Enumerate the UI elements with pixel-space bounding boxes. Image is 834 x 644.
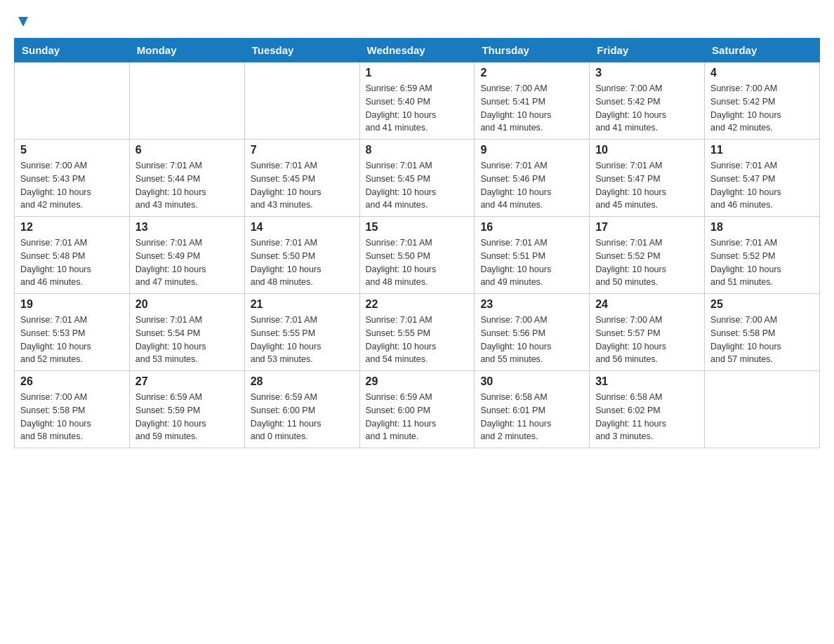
day-number: 14 [251, 221, 354, 234]
day-number: 20 [135, 298, 239, 311]
calendar-cell: 26Sunrise: 7:00 AM Sunset: 5:58 PM Dayli… [15, 371, 130, 448]
day-info: Sunrise: 7:00 AM Sunset: 5:57 PM Dayligh… [595, 314, 699, 366]
calendar-cell [705, 371, 820, 448]
calendar-cell: 24Sunrise: 7:00 AM Sunset: 5:57 PM Dayli… [590, 294, 705, 371]
weekday-header-thursday: Thursday [475, 39, 590, 62]
calendar-cell: 27Sunrise: 6:59 AM Sunset: 5:59 PM Dayli… [129, 371, 244, 448]
day-info: Sunrise: 7:01 AM Sunset: 5:45 PM Dayligh… [251, 159, 354, 212]
calendar-cell: 15Sunrise: 7:01 AM Sunset: 5:50 PM Dayli… [359, 217, 475, 294]
calendar-table: SundayMondayTuesdayWednesdayThursdayFrid… [14, 38, 820, 448]
calendar-cell: 18Sunrise: 7:01 AM Sunset: 5:52 PM Dayli… [705, 217, 820, 294]
day-info: Sunrise: 7:00 AM Sunset: 5:42 PM Dayligh… [595, 82, 699, 135]
calendar-cell: 22Sunrise: 7:01 AM Sunset: 5:55 PM Dayli… [359, 294, 475, 371]
day-number: 26 [20, 375, 124, 388]
calendar-cell: 25Sunrise: 7:00 AM Sunset: 5:58 PM Dayli… [705, 294, 820, 371]
weekday-header-monday: Monday [129, 39, 244, 62]
calendar-cell: 7Sunrise: 7:01 AM Sunset: 5:45 PM Daylig… [244, 140, 359, 217]
calendar-cell: 30Sunrise: 6:58 AM Sunset: 6:01 PM Dayli… [475, 371, 590, 448]
day-info: Sunrise: 7:00 AM Sunset: 5:43 PM Dayligh… [20, 159, 124, 212]
day-number: 30 [480, 375, 583, 388]
calendar-cell: 5Sunrise: 7:00 AM Sunset: 5:43 PM Daylig… [15, 140, 130, 217]
day-info: Sunrise: 7:00 AM Sunset: 5:41 PM Dayligh… [480, 82, 583, 135]
day-number: 3 [595, 67, 699, 79]
calendar-cell: 31Sunrise: 6:58 AM Sunset: 6:02 PM Dayli… [590, 371, 705, 448]
day-info: Sunrise: 7:01 AM Sunset: 5:49 PM Dayligh… [135, 236, 239, 289]
weekday-header-tuesday: Tuesday [244, 39, 359, 62]
calendar-cell: 8Sunrise: 7:01 AM Sunset: 5:45 PM Daylig… [359, 140, 475, 217]
day-info: Sunrise: 7:00 AM Sunset: 5:58 PM Dayligh… [20, 391, 124, 443]
day-info: Sunrise: 7:00 AM Sunset: 5:42 PM Dayligh… [710, 82, 814, 135]
calendar-cell: 1Sunrise: 6:59 AM Sunset: 5:40 PM Daylig… [359, 62, 475, 140]
calendar-cell: 21Sunrise: 7:01 AM Sunset: 5:55 PM Dayli… [244, 294, 359, 371]
week-row-1: 1Sunrise: 6:59 AM Sunset: 5:40 PM Daylig… [15, 62, 820, 140]
page-header [14, 14, 820, 27]
day-info: Sunrise: 7:01 AM Sunset: 5:47 PM Dayligh… [595, 159, 699, 212]
calendar-cell: 20Sunrise: 7:01 AM Sunset: 5:54 PM Dayli… [129, 294, 244, 371]
weekday-header-friday: Friday [590, 39, 705, 62]
day-number: 9 [480, 144, 583, 156]
day-info: Sunrise: 6:58 AM Sunset: 6:02 PM Dayligh… [595, 391, 699, 443]
day-info: Sunrise: 6:59 AM Sunset: 6:00 PM Dayligh… [251, 391, 354, 443]
weekday-header-sunday: Sunday [15, 39, 130, 62]
day-info: Sunrise: 7:01 AM Sunset: 5:55 PM Dayligh… [251, 314, 354, 366]
day-info: Sunrise: 7:00 AM Sunset: 5:58 PM Dayligh… [710, 314, 814, 366]
day-number: 28 [251, 375, 354, 388]
day-number: 23 [480, 298, 583, 311]
day-info: Sunrise: 6:59 AM Sunset: 5:59 PM Dayligh… [135, 391, 239, 443]
day-number: 25 [710, 298, 814, 311]
day-info: Sunrise: 7:01 AM Sunset: 5:53 PM Dayligh… [20, 314, 124, 366]
week-row-4: 19Sunrise: 7:01 AM Sunset: 5:53 PM Dayli… [15, 294, 820, 371]
day-number: 1 [366, 67, 469, 79]
day-info: Sunrise: 6:58 AM Sunset: 6:01 PM Dayligh… [480, 391, 583, 443]
day-number: 11 [710, 144, 814, 156]
day-number: 13 [135, 221, 239, 234]
day-number: 27 [135, 375, 239, 388]
calendar-cell: 14Sunrise: 7:01 AM Sunset: 5:50 PM Dayli… [244, 217, 359, 294]
day-number: 29 [366, 375, 469, 388]
day-number: 8 [366, 144, 469, 156]
day-number: 31 [595, 375, 699, 388]
calendar-cell: 4Sunrise: 7:00 AM Sunset: 5:42 PM Daylig… [705, 62, 820, 140]
day-number: 10 [595, 144, 699, 156]
calendar-cell: 9Sunrise: 7:01 AM Sunset: 5:46 PM Daylig… [475, 140, 590, 217]
calendar-cell: 3Sunrise: 7:00 AM Sunset: 5:42 PM Daylig… [590, 62, 705, 140]
calendar-cell [15, 62, 130, 140]
logo [14, 14, 31, 27]
logo-triangle-icon [15, 14, 31, 29]
day-number: 7 [251, 144, 354, 156]
day-info: Sunrise: 7:01 AM Sunset: 5:54 PM Dayligh… [135, 314, 239, 366]
day-info: Sunrise: 7:01 AM Sunset: 5:50 PM Dayligh… [251, 236, 354, 289]
day-number: 12 [20, 221, 124, 234]
day-number: 21 [251, 298, 354, 311]
day-info: Sunrise: 7:01 AM Sunset: 5:44 PM Dayligh… [135, 159, 239, 212]
day-info: Sunrise: 7:01 AM Sunset: 5:48 PM Dayligh… [20, 236, 124, 289]
calendar-cell [244, 62, 359, 140]
weekday-header-row: SundayMondayTuesdayWednesdayThursdayFrid… [15, 39, 820, 62]
day-info: Sunrise: 6:59 AM Sunset: 5:40 PM Dayligh… [366, 82, 469, 135]
weekday-header-saturday: Saturday [705, 39, 820, 62]
day-info: Sunrise: 7:01 AM Sunset: 5:47 PM Dayligh… [710, 159, 814, 212]
day-number: 22 [366, 298, 469, 311]
calendar-cell: 16Sunrise: 7:01 AM Sunset: 5:51 PM Dayli… [475, 217, 590, 294]
day-info: Sunrise: 7:01 AM Sunset: 5:46 PM Dayligh… [480, 159, 583, 212]
day-number: 2 [480, 67, 583, 79]
svg-marker-0 [18, 17, 28, 27]
week-row-3: 12Sunrise: 7:01 AM Sunset: 5:48 PM Dayli… [15, 217, 820, 294]
calendar-cell [129, 62, 244, 140]
day-info: Sunrise: 7:01 AM Sunset: 5:52 PM Dayligh… [710, 236, 814, 289]
day-number: 19 [20, 298, 124, 311]
calendar-cell: 29Sunrise: 6:59 AM Sunset: 6:00 PM Dayli… [359, 371, 475, 448]
day-number: 15 [366, 221, 469, 234]
day-number: 16 [480, 221, 583, 234]
day-info: Sunrise: 7:01 AM Sunset: 5:45 PM Dayligh… [366, 159, 469, 212]
calendar-cell: 10Sunrise: 7:01 AM Sunset: 5:47 PM Dayli… [590, 140, 705, 217]
day-number: 6 [135, 144, 239, 156]
day-info: Sunrise: 6:59 AM Sunset: 6:00 PM Dayligh… [366, 391, 469, 443]
calendar-cell: 12Sunrise: 7:01 AM Sunset: 5:48 PM Dayli… [15, 217, 130, 294]
weekday-header-wednesday: Wednesday [359, 39, 475, 62]
calendar-cell: 23Sunrise: 7:00 AM Sunset: 5:56 PM Dayli… [475, 294, 590, 371]
calendar-cell: 11Sunrise: 7:01 AM Sunset: 5:47 PM Dayli… [705, 140, 820, 217]
week-row-2: 5Sunrise: 7:00 AM Sunset: 5:43 PM Daylig… [15, 140, 820, 217]
day-number: 4 [710, 67, 814, 79]
day-info: Sunrise: 7:01 AM Sunset: 5:50 PM Dayligh… [366, 236, 469, 289]
